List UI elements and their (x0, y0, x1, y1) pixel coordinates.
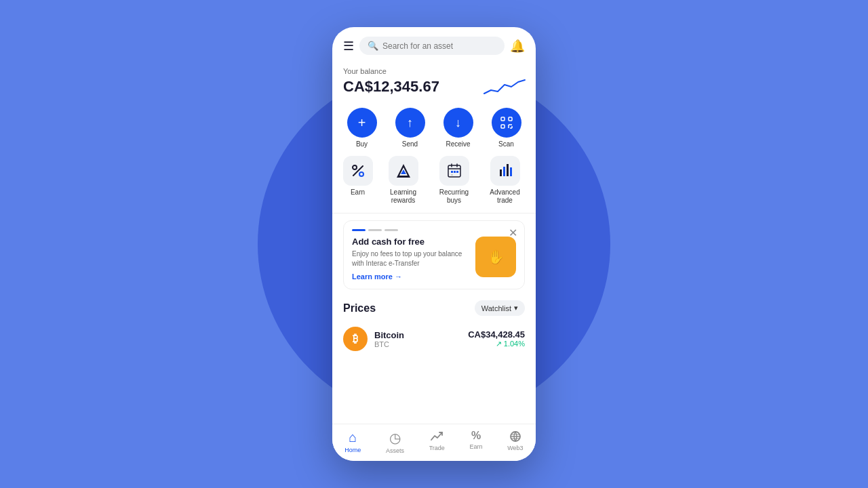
recurring-buys-action[interactable]: Recurring buys (434, 156, 475, 205)
nav-earn[interactable]: % Earn (470, 430, 483, 454)
promo-title: Add cash for free (352, 237, 470, 247)
menu-icon[interactable]: ☰ (343, 39, 354, 54)
nav-web3[interactable]: Web3 (507, 430, 523, 454)
send-action[interactable]: ↑ Send (395, 108, 425, 148)
receive-label: Receive (446, 140, 470, 148)
promo-description: Enjoy no fees to top up your balance wit… (352, 249, 470, 268)
section-divider (332, 213, 536, 214)
buy-action[interactable]: + Buy (347, 108, 377, 148)
svg-rect-21 (500, 169, 502, 176)
bitcoin-price: CA$34,428.45 (468, 329, 525, 340)
buy-label: Buy (356, 140, 368, 148)
search-input[interactable] (382, 41, 496, 51)
svg-rect-17 (451, 171, 453, 173)
earn-nav-label: Earn (470, 443, 483, 450)
send-label: Send (402, 140, 418, 148)
advanced-trade-icon (490, 156, 520, 186)
svg-point-9 (359, 172, 363, 176)
home-icon: ⌂ (349, 430, 357, 445)
svg-rect-0 (501, 117, 505, 121)
promo-close-button[interactable]: ✕ (509, 228, 517, 239)
interac-logo: ✋ (475, 237, 516, 277)
balance-chart (484, 77, 525, 97)
learning-rewards-label: Learning rewards (383, 188, 424, 205)
chevron-down-icon: ▾ (514, 304, 518, 312)
svg-rect-20 (451, 174, 453, 176)
buy-icon: + (347, 108, 377, 138)
learning-rewards-icon (389, 156, 418, 186)
bitcoin-symbol: BTC (374, 340, 461, 348)
receive-action[interactable]: ↓ Receive (443, 108, 473, 148)
promo-banner: ✕ Add cash for free Enjoy no fees to top… (343, 220, 525, 289)
svg-rect-23 (507, 164, 509, 176)
earn-nav-icon: % (471, 430, 481, 442)
recurring-buys-label: Recurring buys (434, 188, 475, 205)
app-header: ☰ 🔍 🔔 (332, 27, 536, 62)
assets-label: Assets (386, 447, 404, 454)
arrow-icon: → (395, 272, 402, 281)
trade-icon (430, 430, 443, 443)
nav-home[interactable]: ⌂ Home (344, 430, 361, 454)
learning-rewards-action[interactable]: Learning rewards (383, 156, 424, 205)
dot-1 (352, 229, 366, 231)
bitcoin-icon: ₿ (343, 327, 368, 351)
nav-assets[interactable]: ◷ Assets (386, 430, 404, 454)
earn-label: Earn (351, 188, 365, 197)
prices-title: Prices (343, 302, 376, 314)
balance-section: Your balance CA$12,345.67 (332, 62, 536, 105)
bitcoin-name: Bitcoin (374, 330, 461, 340)
recurring-buys-icon (439, 156, 469, 186)
balance-label: Your balance (343, 67, 525, 75)
promo-dots (352, 229, 516, 231)
svg-rect-24 (510, 167, 512, 176)
dot-2 (368, 229, 382, 231)
assets-icon: ◷ (389, 430, 401, 446)
search-bar[interactable]: 🔍 (359, 37, 505, 55)
svg-point-8 (353, 165, 357, 169)
notification-icon[interactable]: 🔔 (510, 39, 525, 54)
svg-line-7 (353, 166, 363, 176)
balance-amount: CA$12,345.67 (343, 78, 439, 96)
prices-section: Prices Watchlist ▾ ₿ Bitcoin BTC CA$34,4… (332, 293, 536, 355)
advanced-trade-action[interactable]: Advanced trade (485, 156, 526, 205)
advanced-trade-label: Advanced trade (485, 188, 526, 205)
bottom-navigation: ⌂ Home ◷ Assets Trade % Earn (332, 424, 536, 461)
web3-icon (509, 430, 522, 443)
watchlist-button[interactable]: Watchlist ▾ (475, 300, 525, 316)
bitcoin-row[interactable]: ₿ Bitcoin BTC CA$34,428.45 ↗ 1.04% (343, 323, 525, 355)
svg-rect-19 (456, 171, 458, 173)
svg-rect-2 (501, 125, 505, 128)
home-label: Home (344, 447, 361, 453)
scan-icon (492, 108, 521, 138)
bitcoin-change: ↗ 1.04% (468, 340, 525, 348)
earn-action[interactable]: Earn (343, 156, 373, 205)
phone-frame: ☰ 🔍 🔔 Your balance CA$12,345.67 + Buy ↑ (332, 27, 536, 461)
promo-learn-more-link[interactable]: Learn more → (352, 272, 470, 281)
send-icon: ↑ (395, 108, 425, 138)
more-actions-row: Earn Learning rewards (332, 153, 536, 210)
quick-actions-row: + Buy ↑ Send ↓ Receive (332, 105, 536, 153)
earn-icon (343, 156, 373, 186)
scan-action[interactable]: Scan (492, 108, 521, 148)
dot-3 (384, 229, 398, 231)
web3-label: Web3 (507, 445, 523, 451)
svg-rect-18 (454, 171, 456, 173)
trade-label: Trade (429, 445, 445, 451)
search-icon: 🔍 (368, 41, 378, 51)
scan-label: Scan (498, 140, 514, 148)
nav-trade[interactable]: Trade (429, 430, 445, 454)
svg-rect-22 (503, 167, 505, 176)
svg-rect-1 (509, 117, 512, 121)
receive-icon: ↓ (443, 108, 473, 138)
